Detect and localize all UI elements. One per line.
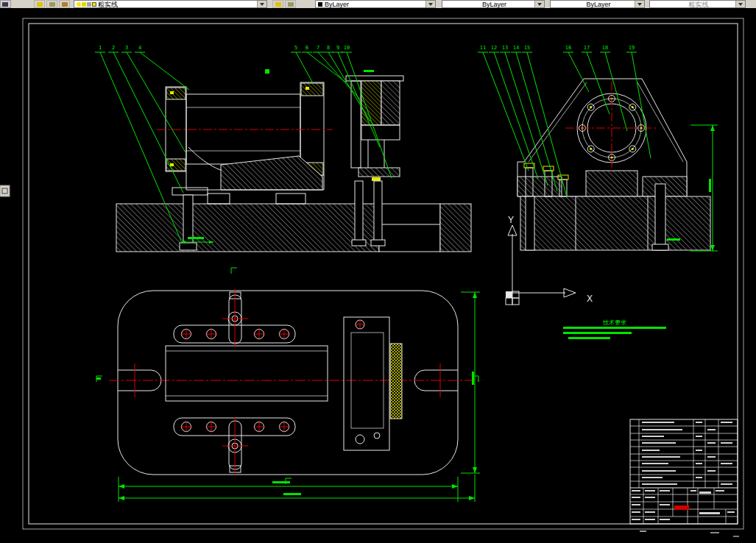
make-object-layer-icon[interactable] [272, 0, 283, 8]
layer-freeze-icon [82, 2, 86, 7]
svg-text:12: 12 [491, 45, 497, 51]
svg-text:4: 4 [138, 45, 141, 51]
linetype-control-dropdown[interactable]: ByLayer [442, 0, 545, 8]
toolbar-grip-icon[interactable] [0, 0, 11, 8]
layer-previous-button-icon[interactable] [285, 0, 296, 8]
svg-text:3: 3 [125, 45, 128, 51]
svg-text:10: 10 [344, 45, 350, 51]
svg-text:8: 8 [327, 45, 330, 51]
svg-text:19: 19 [629, 45, 635, 51]
linetype-control-value: ByLayer [445, 1, 544, 8]
lineweight-control-arrow-icon[interactable] [635, 1, 644, 7]
svg-text:5: 5 [294, 45, 297, 51]
layer-control-value: 粗实线 [98, 1, 118, 8]
layer-lock-icon [87, 2, 91, 7]
svg-text:6: 6 [305, 45, 308, 51]
lineweight-control-dropdown[interactable]: ByLayer [550, 0, 645, 8]
drawing-canvas[interactable]: 1 2 3 4 5 6 7 8 9 10 11 12 13 14 15 16 1… [0, 8, 756, 543]
layer-color-swatch [92, 2, 96, 7]
linetype-control-arrow-icon[interactable] [534, 1, 544, 7]
svg-text:7: 7 [317, 45, 319, 51]
plot-style-control-arrow-icon[interactable] [735, 1, 745, 7]
plot-style-control-value: 粗实线 [652, 1, 745, 8]
color-control-dropdown[interactable]: ByLayer [315, 0, 436, 8]
color-swatch [318, 2, 322, 7]
svg-text:1: 1 [99, 45, 102, 51]
color-control-arrow-icon[interactable] [425, 1, 435, 7]
ucs-x-label: X [587, 294, 593, 304]
svg-text:18: 18 [602, 45, 608, 51]
object-properties-toolbar: 粗实线 ByLayer ByLayer ByLayer 粗实线 [0, 0, 756, 8]
revision-mark [674, 505, 689, 510]
svg-text:17: 17 [584, 45, 590, 51]
svg-text:9: 9 [336, 45, 339, 51]
layer-control-dropdown[interactable]: 粗实线 [74, 0, 267, 8]
layer-control-arrow-icon[interactable] [257, 1, 266, 7]
docked-toolbar-icon[interactable] [0, 185, 10, 196]
notes-heading: 技术要求 [602, 319, 626, 326]
svg-text:2: 2 [112, 45, 115, 51]
grip-marker [265, 69, 269, 74]
plot-style-control-dropdown[interactable]: 粗实线 [649, 0, 746, 8]
layer-manager-icon[interactable] [34, 0, 45, 8]
layer-states-icon[interactable] [46, 0, 57, 8]
layer-previous-icon[interactable] [59, 0, 70, 8]
svg-text:13: 13 [502, 45, 508, 51]
color-control-value: ByLayer [325, 1, 349, 8]
svg-text:14: 14 [513, 45, 519, 51]
lineweight-control-value: ByLayer [553, 1, 644, 8]
layer-on-icon [77, 2, 81, 7]
svg-text:16: 16 [565, 45, 571, 51]
ucs-y-label: Y [508, 215, 514, 225]
svg-text:15: 15 [524, 45, 530, 51]
svg-text:11: 11 [480, 45, 486, 51]
